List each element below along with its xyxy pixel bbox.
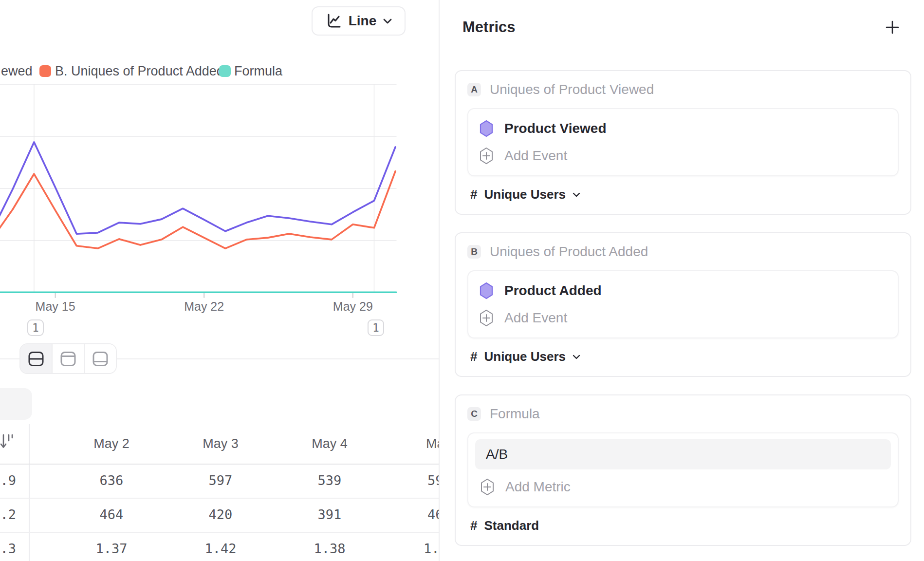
table-cell: 1.2 — [424, 541, 439, 557]
series-line — [0, 142, 395, 234]
row-label-fragment: .2 — [0, 507, 16, 523]
metric-title: Formula — [490, 406, 540, 422]
table-cell: 597 — [177, 473, 264, 488]
annotation-marker[interactable]: 1 — [368, 319, 384, 336]
x-axis-label: May 15 — [21, 299, 90, 314]
chart-and-table-panel: Line ewed B. Uniques of Product Added Fo… — [0, 0, 439, 561]
chevron-down-icon — [383, 19, 392, 24]
metric-card-a: A Uniques of Product Viewed Product View… — [455, 70, 911, 215]
add-event-button[interactable]: Add Event — [479, 304, 887, 332]
table-cell: 59 — [427, 473, 439, 488]
measurement-type-icon: # — [470, 349, 477, 364]
add-event-button[interactable]: Add Event — [479, 142, 887, 169]
layout-toggle-group — [19, 343, 117, 374]
legend-item-a-truncated[interactable]: ewed — [1, 64, 33, 79]
measurement-dropdown[interactable]: # Standard — [470, 518, 899, 533]
sort-descending-icon[interactable] — [0, 432, 16, 453]
event-name: Product Viewed — [504, 121, 607, 136]
metric-card-c: C Formula A/B Add Metric # Standard — [455, 394, 911, 546]
add-hexagon-icon — [480, 478, 495, 496]
table-row-separator — [0, 532, 439, 533]
table-header-border — [0, 464, 439, 465]
add-hexagon-icon — [479, 147, 494, 165]
legend-item-b[interactable]: B. Uniques of Product Added — [55, 64, 224, 79]
measurement-label: Standard — [484, 518, 539, 533]
metrics-panel: Metrics A Uniques of Product Viewed Prod… — [440, 0, 924, 561]
table-control-button-truncated[interactable] — [0, 388, 32, 420]
row-label-fragment: .3 — [0, 541, 16, 557]
layout-split-view-button[interactable] — [20, 344, 53, 373]
measurement-type-icon: # — [470, 518, 477, 533]
legend-swatch-formula — [219, 65, 231, 77]
chevron-down-icon — [573, 355, 580, 359]
layout-table-only-button[interactable] — [85, 344, 116, 373]
metric-badge-c: C — [467, 407, 481, 421]
column-header[interactable]: May 2 — [68, 436, 155, 451]
table-cell: 636 — [68, 473, 155, 488]
event-row[interactable]: Product Viewed — [479, 115, 887, 142]
measurement-label: Unique Users — [484, 349, 566, 364]
table-cell: 1.37 — [68, 541, 155, 557]
table-cell: 1.42 — [177, 541, 264, 557]
add-metric-plus-icon[interactable] — [885, 20, 900, 35]
metric-title: Uniques of Product Viewed — [490, 82, 654, 97]
table-cell: 539 — [286, 473, 373, 488]
formula-section: A/B Add Metric — [467, 432, 899, 507]
chart-type-dropdown[interactable]: Line — [312, 6, 406, 36]
table-cell: 1.38 — [286, 541, 373, 557]
event-hexagon-icon — [479, 120, 494, 137]
add-metric-button[interactable]: Add Metric — [480, 473, 891, 501]
event-list: Product Viewed Add Event — [467, 108, 899, 176]
row-label-fragment: .9 — [0, 473, 16, 488]
add-event-label: Add Event — [504, 310, 567, 326]
table-cell: 420 — [177, 507, 264, 523]
add-hexagon-icon — [479, 309, 494, 327]
table-cell: 46 — [427, 507, 439, 523]
measurement-type-icon: # — [470, 187, 477, 202]
column-header[interactable]: May 3 — [177, 436, 264, 451]
metric-card-b: B Uniques of Product Added Product Added… — [455, 232, 911, 377]
column-header[interactable]: May 4 — [286, 436, 373, 451]
add-metric-label: Add Metric — [505, 479, 571, 495]
legend-swatch-b — [39, 65, 51, 77]
table-cell: 391 — [286, 507, 373, 523]
x-axis-label: May 22 — [170, 299, 238, 314]
metric-title: Uniques of Product Added — [490, 244, 648, 260]
chart-type-label: Line — [349, 13, 377, 29]
event-row[interactable]: Product Added — [479, 277, 887, 304]
measurement-dropdown[interactable]: # Unique Users — [470, 187, 899, 202]
formula-input[interactable]: A/B — [475, 439, 891, 469]
line-chart-icon — [325, 13, 342, 29]
column-header[interactable]: May — [426, 436, 439, 451]
table-column-divider — [29, 424, 30, 561]
metric-badge-b: B — [467, 245, 481, 259]
add-event-label: Add Event — [504, 148, 567, 164]
legend-item-formula[interactable]: Formula — [234, 64, 282, 79]
measurement-label: Unique Users — [484, 187, 566, 202]
layout-chart-only-button[interactable] — [53, 344, 85, 373]
metrics-panel-title: Metrics — [462, 19, 516, 36]
line-chart-canvas — [0, 84, 418, 299]
series-line — [0, 171, 395, 248]
table-cell: 464 — [68, 507, 155, 523]
annotation-marker[interactable]: 1 — [27, 319, 44, 336]
table-row-separator — [0, 498, 439, 499]
event-hexagon-icon — [479, 282, 494, 299]
x-axis-label: May 29 — [319, 299, 387, 314]
chevron-down-icon — [573, 192, 580, 197]
event-list: Product Added Add Event — [467, 270, 899, 338]
metric-badge-a: A — [467, 83, 481, 96]
measurement-dropdown[interactable]: # Unique Users — [470, 349, 899, 364]
event-name: Product Added — [504, 283, 602, 299]
